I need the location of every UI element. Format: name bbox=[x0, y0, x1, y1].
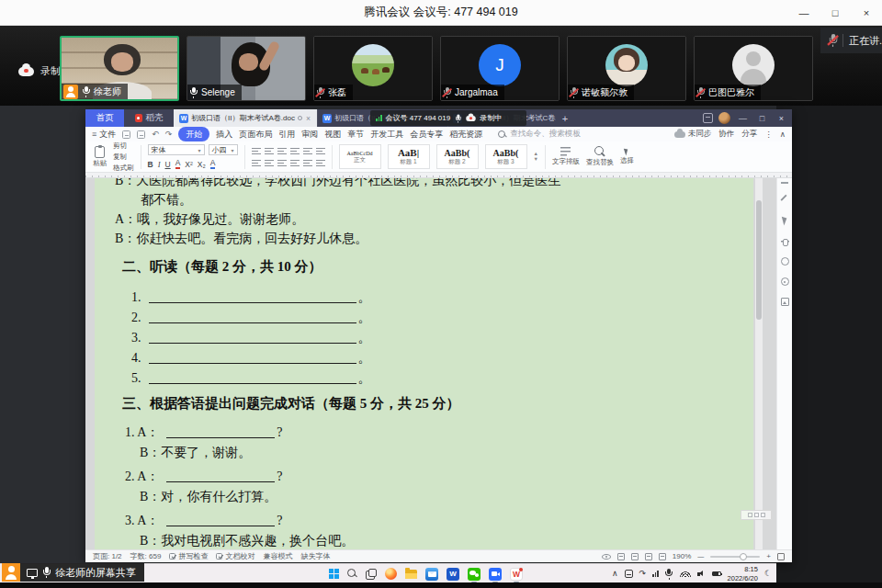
edit-pen-icon[interactable] bbox=[779, 194, 791, 206]
participant-tile-selenge[interactable]: Selenge bbox=[187, 36, 306, 101]
wifi-icon[interactable] bbox=[680, 571, 691, 577]
paragraph-mark-icon[interactable] bbox=[303, 147, 312, 155]
pin-icon[interactable] bbox=[298, 116, 302, 120]
sync-tray-icon[interactable]: ↷ bbox=[639, 570, 647, 578]
border-icon[interactable] bbox=[316, 159, 325, 167]
answer-blank[interactable] bbox=[149, 370, 356, 384]
tab-home[interactable]: 首页 bbox=[85, 109, 124, 127]
zoom-in-icon[interactable]: + bbox=[766, 552, 771, 560]
font-name-select[interactable]: 宋体 ▾ bbox=[148, 144, 205, 155]
ribbon-tab-member[interactable]: 会员专享 bbox=[410, 129, 443, 141]
participant-tile-nuomin[interactable]: 诺敏额尔敦 bbox=[567, 36, 686, 101]
superscript-button[interactable]: X² bbox=[185, 160, 193, 169]
align-center-icon[interactable] bbox=[265, 159, 274, 167]
cellular-signal-icon[interactable] bbox=[652, 571, 659, 577]
answer-blank[interactable] bbox=[149, 289, 356, 303]
close-tab-icon[interactable]: × bbox=[305, 114, 311, 123]
word-button[interactable]: W bbox=[447, 564, 459, 583]
command-search-box[interactable]: 查找命令、搜索模板 bbox=[498, 129, 581, 140]
justify-icon[interactable] bbox=[290, 159, 300, 167]
help-icon[interactable] bbox=[781, 257, 789, 266]
speaking-panel[interactable]: 正在讲... bbox=[820, 28, 882, 53]
explorer-button[interactable] bbox=[405, 564, 417, 583]
browser-button[interactable] bbox=[385, 564, 397, 583]
font-size-select[interactable]: 小四 ▾ bbox=[209, 144, 238, 155]
taskbar-clock[interactable]: 8:15 2022/6/20 bbox=[728, 565, 758, 582]
ribbon-tab-references[interactable]: 引用 bbox=[278, 129, 295, 141]
zoom-slider-knob[interactable] bbox=[740, 553, 747, 560]
wps-maximize-button[interactable]: □ bbox=[755, 114, 769, 123]
copy-button[interactable]: 复制 bbox=[113, 153, 134, 162]
redo-icon[interactable]: ↷ bbox=[165, 130, 173, 139]
settings-slider-icon[interactable] bbox=[781, 237, 789, 245]
ribbon-tab-review[interactable]: 审阅 bbox=[301, 129, 318, 141]
tab-doc-a[interactable]: W 初级口语（II）期末考试A卷.doc × bbox=[174, 109, 317, 127]
style-normal[interactable]: AaBbCcDd 正文 bbox=[339, 144, 381, 169]
share-button[interactable]: 分享 bbox=[741, 129, 757, 140]
zoom-slider[interactable] bbox=[710, 556, 760, 558]
battery-icon[interactable] bbox=[712, 571, 721, 577]
zoom-value[interactable]: 190% bbox=[673, 552, 691, 560]
tray-mic-icon[interactable] bbox=[665, 569, 673, 580]
scrollbar-thumb[interactable] bbox=[756, 200, 762, 320]
collapse-panel-icon[interactable] bbox=[781, 182, 788, 184]
collapse-ribbon-icon[interactable]: ∧ bbox=[780, 130, 786, 139]
ribbon-tab-insert[interactable]: 插入 bbox=[216, 129, 232, 141]
wps-minimize-button[interactable]: — bbox=[736, 114, 750, 123]
align-right-icon[interactable] bbox=[277, 159, 287, 167]
ribbon-tab-layout[interactable]: 页面布局 bbox=[239, 129, 272, 141]
shading-icon[interactable] bbox=[303, 159, 312, 167]
vertical-scrollbar[interactable] bbox=[755, 178, 763, 549]
ribbon-tab-section[interactable]: 章节 bbox=[347, 129, 364, 141]
subscript-button[interactable]: X₂ bbox=[198, 160, 206, 169]
meeting-button[interactable] bbox=[489, 564, 502, 583]
maximize-button[interactable]: □ bbox=[820, 0, 851, 26]
underline-button[interactable]: U bbox=[164, 160, 170, 169]
ribbon-tab-view[interactable]: 视图 bbox=[324, 129, 341, 141]
bullet-list-icon[interactable] bbox=[252, 147, 261, 155]
view-mode-icon[interactable] bbox=[631, 553, 639, 560]
wechat-button[interactable] bbox=[468, 564, 481, 583]
message-icon[interactable] bbox=[703, 113, 713, 123]
answer-blank[interactable] bbox=[149, 330, 356, 344]
document-page[interactable]: B：大医院都离得比较远，学校西门外边有个社区医院，虽然比较小，但是医生 都不错。… bbox=[95, 178, 753, 549]
participant-tile-batu[interactable]: 巴图巴雅尔 bbox=[694, 36, 813, 101]
style-heading3[interactable]: AaBb( 标题 3 bbox=[485, 144, 527, 169]
zoom-out-icon[interactable]: — bbox=[697, 553, 704, 560]
proofing-status[interactable]: 文档校对 bbox=[216, 551, 254, 561]
sync-status[interactable]: 未同步 bbox=[674, 129, 712, 140]
view-mode-icon[interactable] bbox=[659, 553, 666, 560]
ime-tray-icon[interactable] bbox=[625, 570, 633, 578]
minimize-button[interactable]: — bbox=[788, 0, 820, 26]
paste-button[interactable]: 粘贴 bbox=[93, 146, 107, 168]
screen-share-banner[interactable]: 徐老师的屏幕共享 bbox=[2, 563, 144, 582]
image-tool-icon[interactable] bbox=[781, 298, 789, 306]
account-avatar[interactable] bbox=[718, 112, 730, 124]
view-mode-icon[interactable] bbox=[617, 553, 625, 560]
style-heading2[interactable]: AaBb( 标题 2 bbox=[436, 144, 479, 169]
close-button[interactable]: × bbox=[851, 0, 882, 26]
compat-mode[interactable]: 兼容模式 bbox=[263, 551, 292, 561]
new-tab-button[interactable]: + bbox=[556, 109, 574, 127]
volume-icon[interactable] bbox=[697, 570, 706, 578]
ribbon-tab-devtools[interactable]: 开发工具 bbox=[370, 129, 403, 141]
fullscreen-icon[interactable] bbox=[777, 553, 785, 560]
taskbar-search-button[interactable] bbox=[347, 564, 357, 583]
outdent-icon[interactable] bbox=[277, 147, 287, 155]
wps-close-button[interactable]: × bbox=[775, 114, 788, 123]
eye-protect-icon[interactable] bbox=[602, 554, 611, 560]
more-icon[interactable]: ⋮ bbox=[764, 130, 773, 139]
mail-button[interactable] bbox=[425, 564, 438, 583]
select-pointer-icon[interactable] bbox=[781, 216, 787, 226]
numbered-list-icon[interactable] bbox=[265, 147, 274, 155]
answer-blank[interactable] bbox=[149, 350, 356, 364]
notification-moon-icon[interactable]: ☾ bbox=[764, 570, 772, 578]
collab-button[interactable]: 协作 bbox=[718, 129, 734, 140]
file-menu[interactable]: ≡ 文件 bbox=[92, 129, 116, 141]
answer-blank[interactable] bbox=[166, 469, 275, 482]
style-heading1[interactable]: AaB| 标题 1 bbox=[388, 144, 430, 169]
indent-icon[interactable] bbox=[290, 147, 300, 155]
tray-chevron-up-icon[interactable]: ∧ bbox=[612, 570, 618, 578]
select-button[interactable]: 选择 bbox=[620, 148, 634, 165]
undo-icon[interactable]: ↶ bbox=[152, 130, 159, 139]
